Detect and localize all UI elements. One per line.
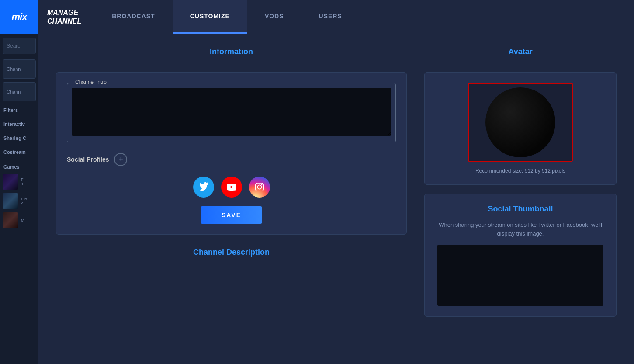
main-content: MANAGE CHANNEL BROADCAST CUSTOMIZE VODS … (38, 0, 634, 364)
youtube-icon[interactable] (221, 177, 242, 198)
sidebar-game-item-2[interactable]: F B< (0, 191, 38, 211)
right-column: Avatar Recommended size: 512 by 512 pixe… (424, 47, 617, 351)
social-thumbnail-description: When sharing your stream on sites like T… (435, 221, 606, 238)
sidebar-item-interactive[interactable]: Interactiv (0, 117, 38, 131)
left-column: Information Channel Intro Social Profile… (56, 47, 407, 351)
sidebar-game-item-3[interactable]: M (0, 211, 38, 230)
social-thumbnail-title: Social Thumbnail (488, 205, 553, 214)
svg-point-2 (261, 184, 262, 186)
game-label-3: M (21, 218, 34, 222)
tab-customize[interactable]: CUSTOMIZE (173, 0, 247, 34)
sidebar-item-sharing[interactable]: Sharing C (0, 131, 38, 145)
top-navigation: MANAGE CHANNEL BROADCAST CUSTOMIZE VODS … (38, 0, 634, 34)
tab-users[interactable]: USERS (301, 0, 360, 34)
tab-broadcast[interactable]: BROADCAST (94, 0, 172, 34)
game-thumbnail-1 (3, 174, 18, 190)
sidebar-item-costream[interactable]: Costream (0, 145, 38, 159)
game-label-2: F B< (21, 197, 34, 205)
sidebar-channel-item-1[interactable]: Chann (3, 59, 36, 79)
game-thumbnail-2 (3, 193, 18, 209)
sidebar-item-filters[interactable]: Filters (0, 103, 38, 117)
sidebar-games-label: Games (0, 159, 38, 172)
svg-rect-0 (255, 183, 263, 191)
sidebar-search[interactable]: Searc (3, 38, 36, 54)
avatar-circle (485, 87, 555, 157)
avatar-hint: Recommended size: 512 by 512 pixels (475, 168, 565, 174)
content-area: Information Channel Intro Social Profile… (38, 34, 634, 364)
avatar-section-title: Avatar (424, 47, 617, 56)
channel-description-title: Channel Description (56, 248, 407, 257)
social-profiles-row: Social Profiles + (67, 153, 396, 166)
avatar-preview[interactable] (468, 83, 573, 162)
sidebar-game-item-1[interactable]: F< (0, 172, 38, 191)
search-text: Searc (7, 43, 20, 49)
game-label-1: F< (21, 177, 34, 186)
social-profiles-label: Social Profiles (67, 156, 109, 163)
information-section-title: Information (56, 47, 407, 56)
social-thumbnail-preview[interactable] (437, 245, 603, 306)
svg-point-1 (257, 185, 261, 189)
channel-intro-fieldset: Channel Intro (67, 83, 396, 142)
social-thumbnail-card: Social Thumbnail When sharing your strea… (424, 194, 617, 317)
sidebar-channel-item-2[interactable]: Chann (3, 82, 36, 101)
sidebar: mix Searc Chann Chann Filters Interactiv… (0, 0, 38, 364)
social-icons-row (67, 173, 396, 206)
save-button[interactable]: SAVE (201, 206, 262, 224)
logo[interactable]: mix (0, 0, 38, 34)
information-card: Channel Intro Social Profiles + (56, 72, 407, 235)
logo-text: mix (12, 11, 27, 23)
game-thumbnail-3 (3, 212, 18, 228)
channel-intro-textarea[interactable] (72, 88, 391, 136)
add-social-button[interactable]: + (114, 153, 127, 166)
channel-intro-legend: Channel Intro (72, 79, 110, 85)
manage-channel-title: MANAGE CHANNEL (38, 0, 94, 34)
avatar-card: Recommended size: 512 by 512 pixels (424, 72, 617, 185)
instagram-icon[interactable] (249, 177, 270, 198)
tab-vods[interactable]: VODS (247, 0, 301, 34)
twitter-icon[interactable] (193, 177, 214, 198)
